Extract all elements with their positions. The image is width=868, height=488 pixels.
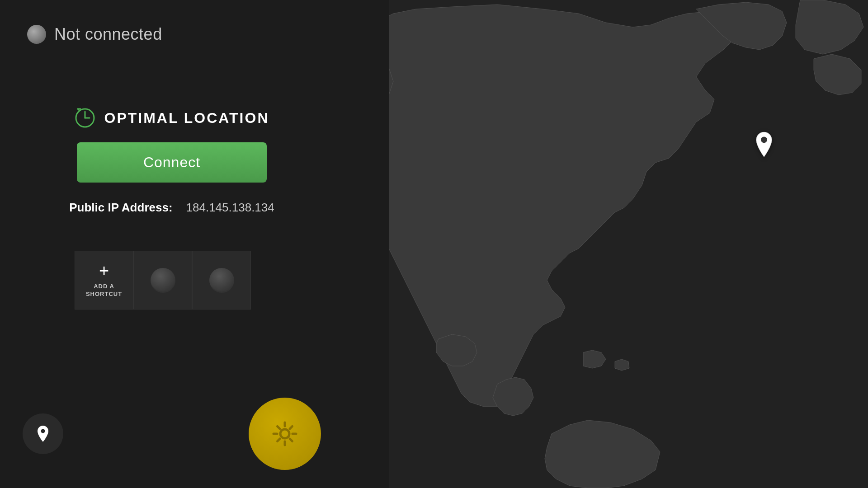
shortcut-profile-icon-1 — [151, 268, 175, 293]
svg-line-11 — [278, 427, 280, 429]
ip-label: Public IP Address: — [69, 201, 172, 215]
status-bar: Not connected — [0, 0, 344, 57]
svg-point-16 — [761, 137, 767, 143]
shortcut-profile-icon-2 — [209, 268, 234, 293]
shortcuts-section: + ADD ASHORTCUT — [0, 251, 344, 310]
svg-line-13 — [290, 427, 292, 429]
location-section: OPTIMAL LOCATION — [0, 107, 344, 129]
connection-status-dot — [27, 25, 46, 44]
map-area — [326, 0, 868, 488]
plus-icon: + — [99, 262, 109, 279]
connect-button[interactable]: Connect — [77, 142, 267, 183]
map-location-pin — [750, 130, 778, 159]
connection-status-label: Not connected — [54, 25, 162, 44]
nav-location-button[interactable] — [23, 413, 63, 454]
svg-line-14 — [278, 439, 280, 441]
location-label: OPTIMAL LOCATION — [104, 110, 269, 127]
bottom-nav — [0, 384, 344, 488]
ip-section: Public IP Address: 184.145.138.134 — [0, 201, 344, 215]
nav-settings-button[interactable] — [249, 398, 321, 470]
gear-icon — [269, 418, 301, 450]
shortcut-item-1[interactable] — [133, 251, 192, 310]
ip-value: 184.145.138.134 — [186, 201, 274, 215]
svg-line-12 — [290, 439, 292, 441]
world-map — [326, 0, 868, 488]
add-shortcut-button[interactable]: + ADD ASHORTCUT — [75, 251, 133, 310]
left-panel: Not connected OPTIMAL LOCATION Connect P… — [0, 0, 344, 488]
shortcut-item-2[interactable] — [192, 251, 251, 310]
optimal-location-icon — [74, 107, 96, 129]
svg-point-6 — [280, 429, 289, 438]
svg-point-5 — [41, 429, 45, 433]
add-shortcut-label: ADD ASHORTCUT — [86, 283, 122, 298]
location-pin-icon — [33, 424, 53, 444]
